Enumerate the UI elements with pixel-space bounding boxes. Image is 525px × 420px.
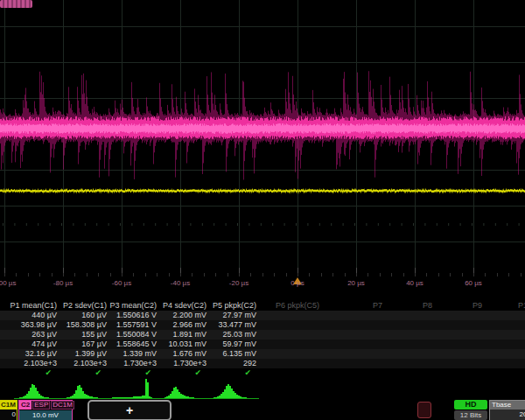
histicon-p4 [161,378,210,399]
table-row: 474 µV167 µV1.558645 V10.031 mV59.97 mV [0,340,525,349]
timebase-label: Tbase [490,401,525,410]
histicon-p1 [14,378,63,399]
c2-scale-value: 10.0 mV [19,410,72,420]
plus-icon: + [126,403,133,417]
hd-mode-badge[interactable]: HD [454,400,487,410]
c1-scale-value: 0 mV [0,410,17,420]
channel-c1-descriptor[interactable]: C1M 0 mV [0,400,18,420]
measurement-value: 292 [195,359,256,368]
axis-tick-label: -40 µs [171,279,190,287]
oscilloscope-screen: -100 µs-80 µs-60 µs-40 µs-20 µs0 µs20 µs… [0,0,525,420]
c2-esp-tag: ESP [32,401,50,410]
measurement-value: 33.477 mV [195,320,256,330]
table-row: 263 µV155 µV1.550084 V1.891 mV25.03 mV [0,330,525,340]
measurement-value: 6.135 mV [195,349,256,359]
axis-tick-label: -100 µs [0,279,16,287]
table-row: 440 µV160 µV1.550616 V2.200 mV27.97 mV [0,311,525,320]
status-check-icon: ✔ [190,368,251,378]
table-row: 363.98 µV158.308 µV1.557591 V2.966 mV33.… [0,320,525,330]
axis-tick-label: -20 µs [229,279,248,287]
channel-c2-descriptor[interactable]: C2 ESP DC1M 10.0 mV [18,400,73,420]
axis-tick-label: 40 µs [406,279,424,287]
histicon-p3 [112,378,161,399]
timebase-descriptor[interactable]: Tbase 20.0 µ [489,400,525,420]
axis-tick-label: 0 µs [290,279,304,287]
parameter-header-p5[interactable]: P5 pkpk(C2) [195,301,256,311]
axis-tick-label: 20 µs [347,279,365,287]
table-row: 2.103e+32.103e+31.730e+31.730e+3292 [0,359,525,368]
axis-tick-label: 60 µs [465,279,482,287]
histicon-p2 [63,378,112,399]
waveform-plot-area[interactable] [0,0,525,276]
table-row: P1 mean(C1)P2 sdev(C1)P3 mean(C2)P4 sdev… [0,301,525,311]
measurement-value: 27.97 mV [195,311,256,320]
parameter-header-disabled[interactable]: P6 pkpk(C5) [258,301,319,311]
timebase-value: 20.0 µ [490,410,525,419]
c2-coupling-tag: DC1M [51,401,74,410]
measurement-value: 59.97 mV [195,340,256,349]
cropped-descriptor-box[interactable] [417,402,431,418]
axis-tick-label: -60 µs [112,279,131,287]
histicon-p5 [210,378,259,399]
add-trace-button[interactable]: + [88,400,172,420]
cropped-menu-button[interactable] [0,0,32,8]
table-row: 32.16 µV1.399 µV1.339 mV1.676 mV6.135 mV [0,349,525,359]
axis-tick-label: -80 µs [53,279,73,287]
parameter-header-disabled[interactable]: P10 [471,301,525,311]
c2-channel-chip: C2 [19,401,32,410]
c1-coupling-chip: C1M [0,401,17,410]
table-row: ✔✔✔✔✔ [0,368,525,378]
bit-resolution-badge: 12 Bits [454,410,487,420]
measurement-value: 25.03 mV [195,330,256,340]
